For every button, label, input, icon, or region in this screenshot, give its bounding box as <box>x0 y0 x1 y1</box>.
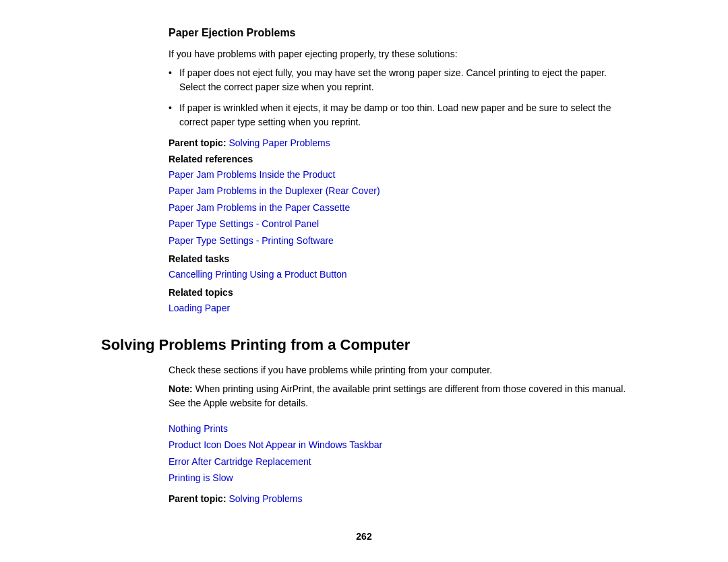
bullet-item-1: If paper does not eject fully, you may h… <box>169 66 627 94</box>
solve-link-1[interactable]: Nothing Prints <box>169 421 627 436</box>
paper-ejection-content: Paper Ejection Problems If you have prob… <box>169 27 627 316</box>
ref-link-2[interactable]: Paper Jam Problems in the Duplexer (Rear… <box>169 183 627 198</box>
parent-topic-link-2[interactable]: Solving Problems <box>229 493 302 504</box>
parent-topic-link-1[interactable]: Solving Paper Problems <box>229 137 330 148</box>
related-topics-links: Loading Paper <box>169 301 627 315</box>
solve-link-2[interactable]: Product Icon Does Not Appear in Windows … <box>169 437 627 452</box>
solving-problems-title: Solving Problems Printing from a Compute… <box>101 336 627 354</box>
related-references-links: Paper Jam Problems Inside the Product Pa… <box>169 167 627 248</box>
paper-ejection-title: Paper Ejection Problems <box>169 27 627 39</box>
related-tasks-heading: Related tasks <box>169 253 627 264</box>
task-link-1[interactable]: Cancelling Printing Using a Product Butt… <box>169 267 627 282</box>
paper-ejection-bullets: If paper does not eject fully, you may h… <box>169 66 627 129</box>
related-tasks-links: Cancelling Printing Using a Product Butt… <box>169 267 627 282</box>
ref-link-4[interactable]: Paper Type Settings - Control Panel <box>169 216 627 231</box>
solving-problems-links: Nothing Prints Product Icon Does Not App… <box>169 421 627 486</box>
parent-topic-label-2: Parent topic: <box>169 493 226 504</box>
topic-link-1[interactable]: Loading Paper <box>169 301 627 315</box>
ref-link-3[interactable]: Paper Jam Problems in the Paper Cassette <box>169 200 627 215</box>
solving-problems-intro: Check these sections if you have problem… <box>169 365 627 375</box>
paper-ejection-section: Paper Ejection Problems If you have prob… <box>101 27 627 316</box>
page-container: Paper Ejection Problems If you have prob… <box>61 0 667 562</box>
solving-problems-section: Solving Problems Printing from a Compute… <box>101 336 627 505</box>
related-references-heading: Related references <box>169 154 627 164</box>
paper-ejection-intro: If you have problems with paper ejecting… <box>169 49 627 59</box>
solve-link-4[interactable]: Printing is Slow <box>169 470 627 485</box>
note-paragraph: Note: When printing using AirPrint, the … <box>169 382 627 410</box>
bullet-item-2: If paper is wrinkled when it ejects, it … <box>169 101 627 129</box>
ref-link-1[interactable]: Paper Jam Problems Inside the Product <box>169 167 627 182</box>
related-topics-heading: Related topics <box>169 287 627 298</box>
note-bold-label: Note: <box>169 383 193 394</box>
page-number: 262 <box>101 531 627 542</box>
solve-link-3[interactable]: Error After Cartridge Replacement <box>169 454 627 469</box>
parent-topic-row-2: Parent topic: Solving Problems <box>169 493 627 504</box>
parent-topic-row-1: Parent topic: Solving Paper Problems <box>169 137 627 148</box>
parent-topic-label-1: Parent topic: <box>169 137 226 148</box>
ref-link-5[interactable]: Paper Type Settings - Printing Software <box>169 233 627 248</box>
note-content: When printing using AirPrint, the availa… <box>169 383 626 408</box>
solving-problems-content: Check these sections if you have problem… <box>169 365 627 505</box>
